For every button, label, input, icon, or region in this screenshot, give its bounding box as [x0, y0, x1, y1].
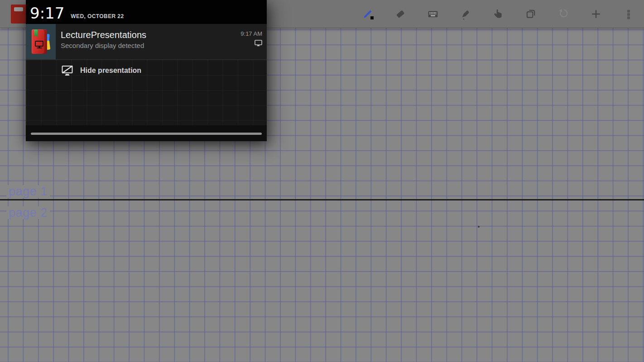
clock-date: WED, OCTOBER 22: [71, 13, 124, 19]
notification-item[interactable]: LecturePresentations Secondary display d…: [26, 24, 267, 59]
duplicate-page-button[interactable]: [514, 0, 547, 28]
pages-icon: [525, 8, 537, 20]
shade-status-header: 9:17 WED, OCTOBER 22: [26, 0, 267, 24]
keyboard-tool-button[interactable]: [417, 0, 449, 28]
overflow-menu-button[interactable]: [612, 0, 644, 28]
hand-tool-button[interactable]: [482, 0, 514, 28]
undo-button[interactable]: [547, 0, 580, 28]
hide-presentation-label: Hide presentation: [80, 67, 141, 75]
display-off-icon: [62, 65, 74, 76]
notebook-cover-icon[interactable]: [11, 5, 26, 24]
page-2-label: page 2: [6, 206, 50, 219]
hand-icon: [492, 8, 504, 20]
undo-icon: [557, 8, 569, 20]
notebook-cover-tab: [14, 7, 23, 11]
pen-tool-button[interactable]: [351, 0, 384, 28]
highlighter-tool-button[interactable]: [449, 0, 482, 28]
lecture-presentations-app: page 1 page 2: [0, 0, 644, 362]
notification-texts: LecturePresentations Secondary display d…: [56, 24, 235, 59]
eraser-icon: [394, 8, 406, 20]
eraser-tool-button[interactable]: [384, 0, 417, 28]
notification-meta: 9:17 AM: [235, 24, 267, 59]
display-icon: [255, 40, 262, 47]
shade-bottom-bar: [26, 125, 267, 141]
pen-size-indicator: [370, 16, 374, 19]
page-divider: [0, 199, 644, 200]
notification-subtitle: Secondary display detected: [61, 41, 235, 50]
keyboard-icon: [427, 8, 439, 20]
overflow-icon: [623, 8, 634, 20]
notification-time: 9:17 AM: [240, 30, 262, 37]
notification-shade: 9:17 WED, OCTOBER 22 LecturePresentation…: [26, 0, 267, 141]
notification-title: LecturePresentations: [61, 29, 235, 40]
add-page-button[interactable]: [580, 0, 612, 28]
toolbar-tools: [351, 0, 644, 28]
highlighter-icon: [460, 8, 471, 20]
page-1-label: page 1: [6, 185, 50, 198]
hide-presentation-action[interactable]: Hide presentation: [26, 60, 267, 76]
lecture-presentations-app-icon: [26, 24, 56, 59]
plus-icon: [590, 8, 602, 20]
ink-dot: [478, 226, 480, 228]
book-monitor-glyph: [35, 41, 43, 47]
book-icon: [32, 29, 50, 54]
clock-time: 9:17: [30, 5, 64, 21]
shade-body: Hide presentation: [26, 60, 267, 125]
shade-resize-handle[interactable]: [31, 133, 262, 135]
